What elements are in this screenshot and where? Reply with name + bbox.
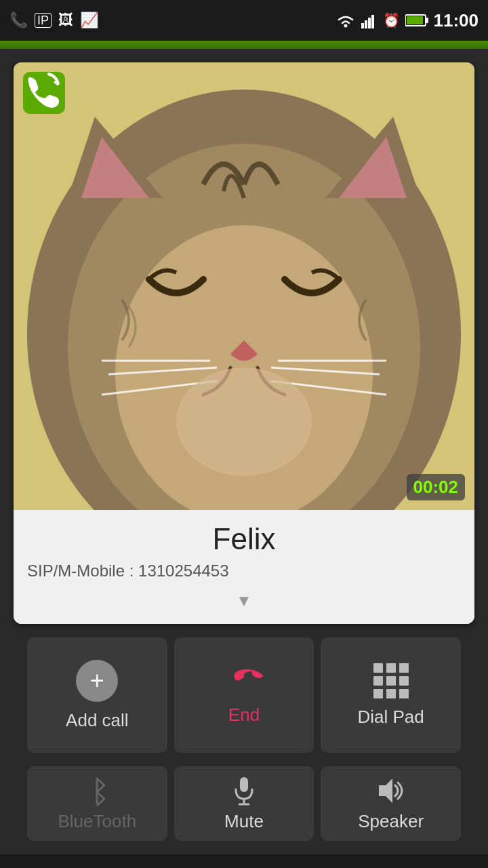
bluetooth-label: BlueTooth (58, 811, 137, 832)
svg-rect-20 (240, 777, 248, 792)
dialpad-icon (373, 663, 409, 698)
svg-rect-2 (365, 20, 367, 28)
end-call-label: End (228, 705, 260, 726)
svg-rect-1 (361, 23, 364, 28)
bluetooth-button: BlueTooth (27, 766, 167, 841)
second-row-buttons: BlueTooth Mute Speaker (14, 766, 474, 854)
svg-rect-4 (371, 15, 374, 28)
green-bar (0, 41, 488, 49)
svg-rect-6 (426, 18, 428, 23)
status-time: 11:00 (434, 10, 479, 31)
alarm-icon: ⏰ (383, 14, 400, 27)
add-call-button[interactable]: + Add call (27, 637, 167, 753)
end-call-icon (220, 665, 268, 696)
call-card: 00:02 Felix SIP/M-Mobile : 1310254453 ▼ (14, 62, 474, 624)
svg-marker-23 (379, 778, 392, 803)
svg-rect-3 (368, 18, 371, 28)
speaker-label: Speaker (358, 811, 424, 832)
dialpad-button[interactable]: Dial Pad (321, 637, 461, 753)
contact-name: Felix (27, 522, 461, 556)
speaker-icon (376, 776, 406, 806)
mute-icon (233, 776, 255, 806)
add-call-icon: + (76, 660, 118, 702)
svg-point-18 (176, 368, 312, 476)
contact-number: SIP/M-Mobile : 1310254453 (27, 561, 461, 580)
dialpad-label: Dial Pad (358, 707, 424, 728)
status-bar: 📞 IP 🖼 📈 ⏰ 11:00 (0, 0, 488, 41)
svg-point-0 (344, 24, 347, 28)
main-content: 00:02 Felix SIP/M-Mobile : 1310254453 ▼ … (0, 49, 488, 854)
bluetooth-icon (87, 776, 107, 806)
phone-status-icon: 📞 (9, 13, 28, 28)
wifi-icon (336, 12, 356, 28)
contact-photo: 00:02 (14, 62, 474, 510)
messenger-icon: 📈 (80, 13, 98, 28)
phone-call-icon (23, 72, 65, 114)
button-grid: + Add call End (14, 624, 474, 766)
mute-label: Mute (224, 811, 264, 832)
call-timer: 00:02 (407, 474, 466, 500)
call-info: Felix SIP/M-Mobile : 1310254453 ▼ (14, 510, 474, 624)
voip-icon: IP (35, 13, 52, 28)
end-call-button[interactable]: End (174, 637, 314, 753)
dropdown-arrow[interactable]: ▼ (27, 587, 461, 617)
add-call-label: Add call (66, 710, 129, 731)
signal-icon (361, 12, 378, 28)
mute-button[interactable]: Mute (174, 766, 314, 841)
speaker-button[interactable]: Speaker (321, 766, 461, 841)
gallery-icon: 🖼 (58, 13, 73, 28)
svg-rect-7 (407, 16, 423, 24)
call-icon-badge (23, 72, 65, 114)
battery-icon (405, 14, 428, 27)
